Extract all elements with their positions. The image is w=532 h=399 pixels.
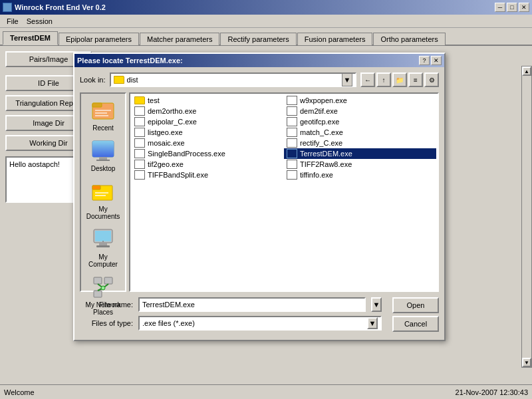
- file-item[interactable]: mosaic.exe: [132, 138, 284, 148]
- file-name: listgeo.exe: [148, 128, 183, 136]
- new-folder-button[interactable]: 📁: [392, 72, 407, 87]
- scroll-up-button[interactable]: ▲: [522, 66, 531, 76]
- file-item[interactable]: rectify_C.exe: [284, 138, 436, 148]
- file-item[interactable]: TIFF2Raw8.exe: [284, 159, 436, 170]
- file-item[interactable]: TerrestDEM.exe: [284, 148, 436, 159]
- status-right: 21-Nov-2007 12:30:43: [456, 388, 528, 396]
- file-item[interactable]: listgeo.exe: [132, 127, 284, 138]
- svg-rect-15: [99, 243, 107, 245]
- dialog-title-text: Please locate TerrestDEM.exe:: [77, 57, 183, 65]
- nav-mycomputer[interactable]: My Computer: [82, 225, 124, 271]
- tab-epipolar[interactable]: Epipolar parameters: [59, 33, 139, 45]
- cancel-button[interactable]: Cancel: [392, 316, 439, 332]
- svg-point-24: [101, 286, 105, 290]
- maximize-button[interactable]: □: [507, 3, 517, 12]
- svg-rect-16: [96, 245, 110, 247]
- file-item[interactable]: dem2ortho.exe: [132, 106, 284, 116]
- filetype-combo[interactable]: .exe files (*.exe) ▼: [138, 316, 382, 331]
- nav-recent[interactable]: Recent: [82, 96, 124, 134]
- menu-session[interactable]: Session: [23, 16, 57, 27]
- file-name: dem2ortho.exe: [148, 107, 196, 115]
- tabs-bar: TerrestDEM Epipolar parameters Matcher p…: [0, 28, 532, 46]
- file-icon: [287, 149, 297, 158]
- file-item[interactable]: tif2geo.exe: [132, 159, 284, 170]
- window-controls: ─ □ ✕: [495, 3, 529, 12]
- svg-rect-6: [92, 141, 114, 157]
- file-name: w9xpopen.exe: [300, 96, 347, 104]
- nav-desktop-label: Desktop: [91, 165, 116, 172]
- nav-desktop[interactable]: Desktop: [82, 137, 124, 175]
- file-item[interactable]: match_C.exe: [284, 127, 436, 138]
- open-button[interactable]: Open: [392, 297, 439, 313]
- tab-matcher[interactable]: Matcher parameters: [140, 33, 219, 45]
- file-icon: [287, 96, 297, 105]
- file-item[interactable]: TIFFBandSplit.exe: [132, 170, 284, 180]
- window-title: Winrock Front End Ver 0.2: [15, 3, 106, 11]
- svg-rect-18: [94, 277, 102, 284]
- dialog-help-button[interactable]: ?: [419, 56, 430, 65]
- file-item[interactable]: test: [132, 95, 284, 106]
- filetype-row: Files of type: .exe files (*.exe) ▼: [80, 316, 382, 331]
- main-scrollbar[interactable]: ▲ ▼: [521, 66, 532, 368]
- file-icon: [134, 149, 145, 158]
- tab-rectify[interactable]: Rectify parameters: [220, 33, 296, 45]
- filetype-label: Files of type:: [80, 319, 133, 327]
- svg-rect-3: [95, 112, 107, 114]
- folder-icon: [134, 96, 145, 104]
- file-dialog: Please locate TerrestDEM.exe: ? ✕ Look i…: [73, 53, 446, 341]
- filename-dropdown-arrow[interactable]: ▼: [371, 297, 382, 312]
- app-icon: [3, 3, 12, 12]
- svg-rect-7: [99, 157, 107, 160]
- file-icon: [287, 128, 297, 137]
- close-button[interactable]: ✕: [519, 3, 529, 12]
- file-icon: [287, 106, 297, 116]
- menu-file[interactable]: File: [3, 16, 23, 27]
- back-button[interactable]: ←: [360, 72, 375, 87]
- tab-fusion[interactable]: Fusion parameters: [297, 33, 373, 45]
- filename-label: File name:: [80, 301, 133, 309]
- file-icon: [134, 138, 145, 148]
- folder-icon: [114, 76, 124, 84]
- svg-rect-10: [92, 186, 100, 190]
- filetype-dropdown-arrow[interactable]: ▼: [367, 317, 378, 329]
- dialog-content-area: Recent Desktop: [80, 92, 439, 292]
- recent-icon: [91, 99, 115, 123]
- output-text: Hello aostapch!: [9, 160, 60, 168]
- desktop-icon: [91, 140, 115, 164]
- tab-ortho[interactable]: Ortho parameters: [373, 33, 445, 45]
- file-name: test: [148, 96, 160, 104]
- nav-mydocuments[interactable]: My Documents: [82, 178, 124, 223]
- file-item[interactable]: geotifcp.exe: [284, 116, 436, 127]
- dialog-title-bar: Please locate TerrestDEM.exe: ? ✕: [74, 54, 444, 67]
- look-in-combo[interactable]: dist ▼: [110, 72, 356, 87]
- menu-bar: File Session: [0, 15, 532, 28]
- file-item[interactable]: tiffinfo.exe: [284, 170, 436, 180]
- main-content: Pairs/Image ID File Triangulation Report…: [0, 46, 532, 382]
- view-button[interactable]: ≡: [408, 72, 423, 87]
- file-item[interactable]: w9xpopen.exe: [284, 95, 436, 106]
- tools-button[interactable]: ⚙: [424, 72, 439, 87]
- up-button[interactable]: ↑: [376, 72, 391, 87]
- nav-recent-label: Recent: [92, 124, 114, 132]
- nav-panel: Recent Desktop: [80, 92, 126, 292]
- scroll-down-button[interactable]: ▼: [522, 358, 531, 367]
- networkplaces-icon: [91, 276, 115, 300]
- svg-rect-14: [95, 231, 111, 241]
- file-icon: [287, 138, 297, 148]
- minimize-button[interactable]: ─: [495, 3, 505, 12]
- file-icon: [287, 160, 297, 169]
- file-name: match_C.exe: [300, 128, 343, 136]
- file-name: rectify_C.exe: [300, 139, 342, 147]
- svg-rect-8: [96, 160, 110, 161]
- tab-terrestdem[interactable]: TerrestDEM: [3, 31, 58, 45]
- dialog-close-button[interactable]: ✕: [431, 56, 442, 65]
- file-item[interactable]: SingleBandProcess.exe: [132, 148, 284, 159]
- file-item[interactable]: epipolar_C.exe: [132, 116, 284, 127]
- file-icon: [134, 128, 145, 137]
- look-in-dropdown-arrow[interactable]: ▼: [342, 73, 352, 86]
- filename-input[interactable]: [138, 297, 366, 312]
- file-list[interactable]: testw9xpopen.exedem2ortho.exedem2tif.exe…: [129, 92, 439, 292]
- svg-rect-12: [95, 195, 106, 196]
- file-item[interactable]: dem2tif.exe: [284, 106, 436, 116]
- svg-rect-1: [92, 103, 102, 107]
